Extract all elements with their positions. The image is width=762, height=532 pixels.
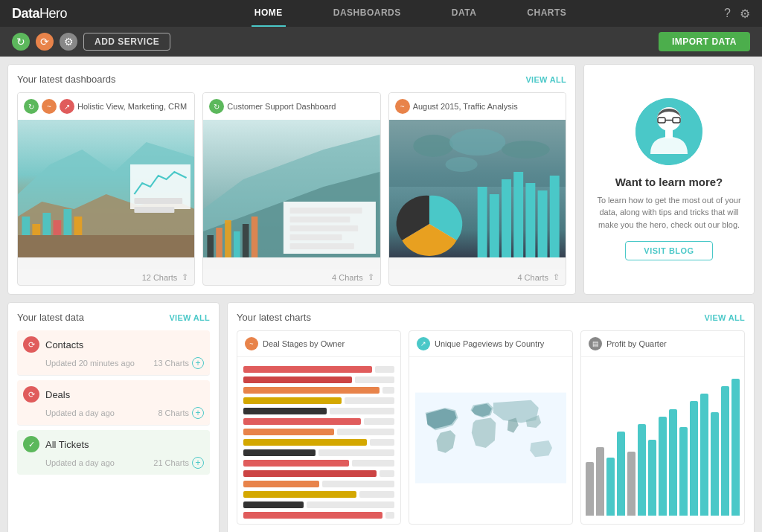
deal-stages-header: ~ Deal Stages by Owner: [237, 331, 400, 357]
help-icon[interactable]: ?: [724, 7, 731, 20]
card1-chart-svg: [18, 120, 194, 257]
add-service-button[interactable]: ADD SERVICE: [83, 33, 170, 51]
deals-icon: ⟳: [23, 386, 39, 403]
pageviews-title: Unique Pageviews by Country: [435, 339, 544, 348]
data-item-contacts-top: ⟳ Contacts: [23, 336, 204, 353]
svg-rect-36: [537, 190, 547, 257]
card1-header: ↻ ~ ↗ Holistic View, Marketing, CRM: [18, 93, 194, 120]
card3-visual: [389, 120, 566, 257]
svg-rect-3: [22, 217, 30, 235]
nav-dashboards[interactable]: DASHBOARDS: [330, 0, 404, 27]
svg-point-30: [445, 157, 477, 172]
svg-rect-7: [63, 209, 71, 235]
pageviews-chart: ↗ Unique Pageviews by Country: [409, 330, 573, 525]
toolbar: ↻ ⟳ ⚙ ADD SERVICE IMpoRT DATA: [0, 27, 762, 57]
card2-chart-svg: [203, 120, 380, 257]
tickets-icon: ✓: [23, 436, 39, 452]
card1-icon-green2: ↗: [60, 99, 74, 114]
charts-grid: ~ Deal Stages by Owner ↗ Unique Pageview…: [237, 330, 745, 525]
svg-rect-8: [74, 217, 83, 235]
toolbar-left: ↻ ⟳ ⚙ ADD SERVICE: [12, 33, 170, 51]
deals-charts: 8 Charts +: [158, 407, 204, 419]
settings-icon[interactable]: ⚙: [60, 33, 77, 51]
profit-header: ▤ Profit by Quarter: [581, 331, 744, 357]
svg-rect-34: [513, 172, 523, 257]
data-header: Your latest data VIEW ALL: [17, 312, 210, 323]
svg-rect-18: [243, 224, 249, 257]
svg-rect-23: [290, 225, 359, 231]
sync-icon[interactable]: ⟳: [36, 33, 54, 51]
contacts-charts: 13 Charts +: [153, 357, 204, 369]
card2-title: Customer Support Dashboard: [227, 102, 336, 111]
nav-charts[interactable]: CHARTS: [524, 0, 569, 27]
charts-section-title: Your latest charts: [237, 312, 311, 323]
svg-rect-37: [549, 176, 559, 257]
visit-blog-button[interactable]: VIsIt BLOG: [625, 241, 712, 260]
card3-header: ~ August 2015, Traffic Analysis: [389, 93, 566, 120]
deal-stages-chart: ~ Deal Stages by Owner: [237, 330, 401, 525]
dashboard-card-1[interactable]: ↻ ~ ↗ Holistic View, Marketing, CRM: [17, 92, 195, 286]
top-row: Your latest dashboards VIEW ALL ↻ ~ ↗ Ho…: [7, 64, 755, 295]
svg-rect-35: [525, 183, 535, 257]
refresh-icon[interactable]: ↻: [12, 33, 30, 51]
card1-visual: [18, 120, 194, 257]
learn-title: Want to learn more?: [615, 176, 723, 188]
card2-share-icon[interactable]: ⇧: [368, 272, 374, 282]
svg-point-28: [449, 129, 506, 156]
pageviews-body[interactable]: [409, 357, 572, 519]
card2-header: ↻ Customer Support Dashboard: [203, 93, 380, 120]
dashboards-view-all[interactable]: VIEW ALL: [525, 75, 566, 84]
data-item-deals-bottom: Updated a day ago 8 Charts +: [23, 407, 204, 419]
card2-footer: 4 Charts ⇧: [203, 269, 380, 285]
contacts-updated: Updated 20 minutes ago: [45, 359, 135, 368]
tickets-add-icon[interactable]: +: [192, 457, 204, 469]
card3-share-icon[interactable]: ⇧: [553, 272, 560, 282]
nav-links: HOME DASHBOARDS DATA CHARTS: [97, 0, 724, 27]
card1-title: Holistic View, Marketing, CRM: [77, 102, 187, 111]
pageviews-icon: ↗: [417, 337, 430, 350]
card1-icon-green: ↻: [24, 99, 39, 114]
card1-share-icon[interactable]: ⇧: [182, 272, 188, 282]
svg-rect-10: [134, 198, 182, 204]
data-item-deals: ⟳ Deals Updated a day ago 8 Charts +: [17, 380, 210, 426]
charts-view-all[interactable]: VIEW ALL: [704, 313, 745, 322]
profit-body[interactable]: [581, 357, 744, 519]
svg-rect-24: [290, 234, 342, 240]
svg-rect-22: [290, 217, 350, 222]
deal-stages-body[interactable]: [237, 357, 400, 519]
dashboards-section: Your latest dashboards VIEW ALL ↻ ~ ↗ Ho…: [7, 64, 576, 295]
card3-chart-svg: [389, 120, 566, 257]
main-content: Your latest dashboards VIEW ALL ↻ ~ ↗ Ho…: [0, 57, 762, 532]
dashboard-cards: ↻ ~ ↗ Holistic View, Marketing, CRM: [17, 92, 566, 286]
svg-rect-11: [134, 207, 174, 213]
nav-right-icons: ? ⚙: [724, 7, 750, 21]
contacts-add-icon[interactable]: +: [192, 357, 204, 369]
card3-title: August 2015, Traffic Analysis: [413, 102, 518, 111]
learn-description: To learn how to get the most out of your…: [596, 194, 742, 231]
dashboard-card-2[interactable]: ↻ Customer Support Dashboard: [202, 92, 380, 286]
svg-rect-21: [290, 208, 362, 214]
nav-data[interactable]: DATA: [449, 0, 480, 27]
data-item-tickets-top: ✓ All Tickets: [23, 436, 204, 452]
svg-rect-14: [208, 235, 214, 257]
import-data-button[interactable]: IMpoRT DATA: [659, 32, 750, 51]
data-view-all[interactable]: VIEW ALL: [169, 313, 210, 322]
tickets-name: All Tickets: [45, 439, 89, 450]
hero-avatar: [635, 98, 702, 165]
svg-rect-31: [477, 187, 487, 257]
svg-point-29: [502, 141, 550, 158]
profit-icon: ▤: [589, 337, 602, 350]
svg-rect-25: [290, 243, 354, 249]
deals-updated: Updated a day ago: [45, 408, 115, 417]
charts-section: Your latest charts VIEW ALL ~ Deal Stage…: [227, 302, 755, 532]
pageviews-header: ↗ Unique Pageviews by Country: [409, 331, 572, 357]
svg-rect-16: [225, 220, 231, 257]
data-item-tickets: ✓ All Tickets Updated a day ago 21 Chart…: [17, 430, 210, 475]
nav-home[interactable]: HOME: [252, 0, 286, 27]
dashboard-card-3[interactable]: ~ August 2015, Traffic Analysis: [388, 92, 566, 286]
card3-footer: 4 Charts ⇧: [389, 269, 566, 285]
app-logo: DataHero: [12, 6, 67, 22]
gear-icon[interactable]: ⚙: [740, 7, 750, 21]
deals-add-icon[interactable]: +: [192, 407, 204, 419]
card2-charts-count: 4 Charts: [332, 273, 363, 282]
